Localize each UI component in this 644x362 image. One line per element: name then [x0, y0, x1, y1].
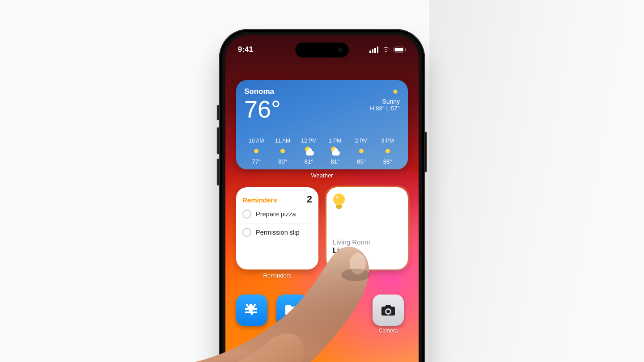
weather-hour-1: 11 AM 80° — [271, 138, 295, 165]
sun-icon — [278, 147, 287, 156]
sun-icon — [383, 147, 392, 156]
reminder-item[interactable]: Prepare pizza — [242, 205, 312, 223]
partly-cloudy-icon — [330, 147, 340, 156]
sun-icon — [357, 147, 366, 156]
sun-icon — [252, 147, 261, 156]
home-room: Living Room — [333, 238, 402, 246]
volume-up-button[interactable] — [217, 127, 219, 154]
reminder-item[interactable]: Permission slip — [242, 223, 312, 241]
app-label-camera: Camera — [373, 328, 404, 334]
home-brightness: 100% — [333, 256, 402, 263]
wifi-icon — [381, 46, 390, 53]
radio-unchecked-icon[interactable] — [242, 210, 251, 219]
reminder-text: Permission slip — [256, 229, 300, 236]
app-row — [236, 295, 308, 326]
stage: 9:41 Sonoma — [0, 0, 644, 362]
phone-screen: 9:41 Sonoma — [225, 35, 419, 362]
weather-high-low: H:88° L:57° — [370, 105, 400, 112]
cellular-signal-icon — [369, 46, 378, 53]
sun-icon — [391, 88, 399, 96]
weather-hour-5: 3 PM 88° — [375, 138, 400, 165]
app-icon-files[interactable] — [276, 295, 308, 326]
status-bar: 9:41 — [225, 45, 419, 54]
svg-rect-1 — [395, 48, 403, 51]
phone-frame: 9:41 Sonoma — [219, 29, 425, 362]
weather-widget[interactable]: Sonoma 76° Sunny H:88° L:57° 10 AM — [236, 80, 408, 169]
weather-hourly: 10 AM 77° 11 AM 80° 12 PM 81° — [244, 138, 400, 165]
home-accessory-name: Lights — [333, 247, 402, 255]
status-time: 9:41 — [238, 45, 253, 54]
radio-unchecked-icon[interactable] — [242, 228, 251, 237]
weather-hour-4: 2 PM 85° — [349, 138, 374, 165]
app-icon-appstore[interactable] — [236, 295, 267, 326]
volume-down-button[interactable] — [217, 159, 219, 185]
reminders-widget[interactable]: Reminders 2 Prepare pizza Permission sli… — [236, 187, 318, 269]
mute-switch[interactable] — [217, 105, 219, 120]
weather-temp: 76° — [244, 97, 281, 121]
weather-location: Sonoma — [244, 87, 281, 96]
app-icon-camera[interactable]: Camera — [373, 295, 404, 326]
camera-slot: Camera — [369, 295, 408, 326]
weather-hour-0: 10 AM 77° — [244, 138, 269, 165]
reminder-text: Prepare pizza — [256, 210, 296, 218]
home-lights-widget[interactable]: Living Room Lights 100% — [326, 187, 408, 269]
weather-widget-label: Weather — [225, 172, 419, 179]
svg-rect-2 — [405, 49, 406, 51]
lightbulb-icon — [333, 194, 345, 209]
battery-icon — [394, 46, 406, 53]
partly-cloudy-icon — [304, 147, 314, 156]
weather-hour-2: 12 PM 81° — [297, 138, 321, 165]
reminders-widget-label: Reminders — [236, 272, 318, 279]
reminders-count: 2 — [307, 194, 312, 205]
weather-hour-3: 1 PM 81° — [323, 138, 347, 165]
reminders-title: Reminders — [242, 196, 277, 204]
weather-condition: Sunny — [370, 98, 400, 105]
power-button[interactable] — [425, 132, 427, 172]
